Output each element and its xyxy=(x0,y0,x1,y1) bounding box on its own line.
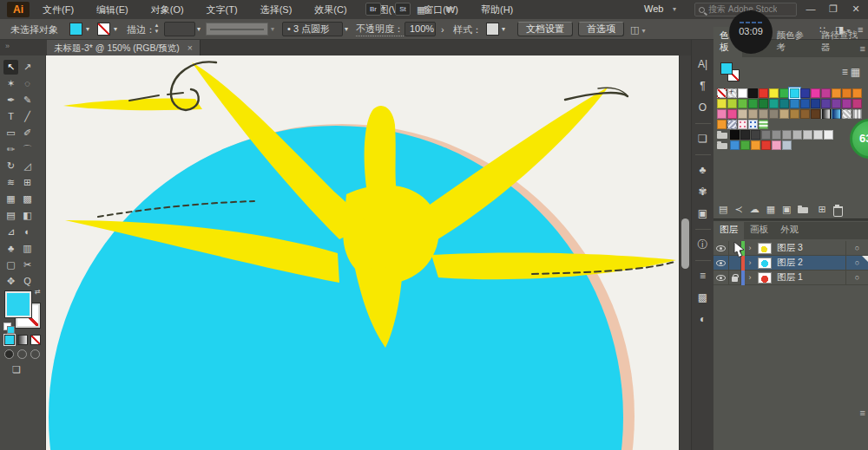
new-swatch-button[interactable]: ⊞ xyxy=(818,203,825,215)
swatch[interactable] xyxy=(824,130,833,140)
stock-badge[interactable]: St xyxy=(395,3,411,16)
swatch[interactable] xyxy=(730,130,740,140)
transform-panel-icon[interactable]: ▣ xyxy=(694,205,713,223)
swatch[interactable] xyxy=(751,140,760,150)
swatch[interactable] xyxy=(779,109,789,119)
swatch[interactable] xyxy=(842,109,852,119)
cc-libraries-button[interactable]: ☁ xyxy=(750,203,760,215)
scrollbar-thumb[interactable] xyxy=(681,218,689,269)
lock-cell[interactable] xyxy=(729,256,741,271)
swatch[interactable] xyxy=(738,88,747,98)
variable-width-profile-dropdown[interactable]: • 3 点圆形 xyxy=(282,22,343,36)
new-color-group-button[interactable] xyxy=(798,205,809,214)
target-icon[interactable]: ○ xyxy=(845,271,868,285)
fill-indicator-swatch[interactable] xyxy=(5,291,31,317)
draw-normal-icon[interactable] xyxy=(4,349,14,359)
layer-name[interactable]: 图层 3 xyxy=(774,242,845,254)
curvature-tool-icon[interactable]: ✎ xyxy=(20,93,35,108)
info-panel-icon[interactable]: ⓘ xyxy=(694,236,713,254)
opacity-expand-icon[interactable]: › xyxy=(441,19,444,40)
swatch-view-icons[interactable]: ≡▦ xyxy=(842,66,863,78)
gradient-mode-button[interactable] xyxy=(17,335,28,345)
gradient-tool-icon[interactable]: ◧ xyxy=(20,208,35,223)
swatch[interactable] xyxy=(832,109,841,119)
swatch[interactable] xyxy=(738,99,747,108)
preferences-button[interactable]: 首选项 xyxy=(578,22,624,36)
blend-tool-icon[interactable]: ◐ xyxy=(20,225,35,239)
close-button[interactable]: ✕ xyxy=(845,0,866,17)
vertical-scrollbar[interactable] xyxy=(679,55,691,450)
line-tool-icon[interactable]: ╱ xyxy=(20,109,35,124)
menu-item-帮助(H)[interactable]: 帮助(H) xyxy=(470,3,524,16)
swatch[interactable] xyxy=(748,88,758,98)
document-setup-button[interactable]: 文档设置 xyxy=(517,22,573,36)
paragraph-panel-icon[interactable]: ¶ xyxy=(694,77,713,95)
stroke-stepper[interactable]: ▲▼ xyxy=(153,23,161,36)
gradient-panel-icon[interactable]: ▩ xyxy=(694,289,713,307)
swatch[interactable] xyxy=(790,99,799,108)
swatch[interactable] xyxy=(803,130,812,140)
lock-icon[interactable] xyxy=(732,277,738,282)
swatch[interactable] xyxy=(811,109,820,119)
type-tool-icon[interactable]: T xyxy=(3,109,18,124)
export-panel-icon[interactable]: ❏ xyxy=(694,130,713,148)
expand-icon[interactable]: › xyxy=(745,273,755,282)
swatch[interactable] xyxy=(779,88,789,98)
eye-icon[interactable] xyxy=(716,260,726,266)
swap-colors-icon[interactable]: ⇄ xyxy=(35,288,41,296)
layer-thumbnail[interactable] xyxy=(758,272,772,284)
tab-颜色参考[interactable]: 颜色参考 xyxy=(771,27,816,57)
swatch[interactable] xyxy=(821,88,831,98)
touch-workspace-icon[interactable]: ☛ xyxy=(445,3,455,16)
symbol-sprayer-tool-icon[interactable]: ♣ xyxy=(3,241,18,256)
swatch[interactable] xyxy=(813,130,823,140)
eyedropper-tool-icon[interactable]: ⊿ xyxy=(3,225,18,239)
swatch[interactable] xyxy=(792,130,802,140)
symbols-panel-icon[interactable]: ♣ xyxy=(694,161,713,179)
zoom-tool-icon[interactable]: Q xyxy=(20,274,35,289)
draw-behind-icon[interactable] xyxy=(17,349,27,359)
perspective-grid-tool-icon[interactable]: ▩ xyxy=(20,192,35,206)
character-panel-icon[interactable]: A| xyxy=(694,55,713,74)
canvas[interactable] xyxy=(46,55,679,450)
toolbar-collapse-icon[interactable]: » xyxy=(5,42,10,50)
swatch[interactable] xyxy=(748,120,758,129)
layer-thumbnail[interactable] xyxy=(758,258,772,269)
basic-workspace-icon[interactable]: ◫ ▾ xyxy=(630,19,645,40)
mesh-tool-icon[interactable]: ▤ xyxy=(3,208,18,223)
swatch[interactable] xyxy=(852,99,862,108)
stroke-weight-value[interactable] xyxy=(164,22,195,36)
swatch[interactable] xyxy=(761,130,771,140)
none-mode-button[interactable] xyxy=(30,335,41,345)
swatch[interactable] xyxy=(717,109,727,119)
workspace-switcher[interactable]: Web xyxy=(644,3,663,14)
arrange-documents-icon[interactable]: ▦ ▾ xyxy=(417,4,429,16)
swatch[interactable] xyxy=(751,130,760,140)
swatches-panel-menu-icon[interactable]: ≡ xyxy=(860,43,865,54)
menu-item-文件(F)[interactable]: 文件(F) xyxy=(31,3,85,16)
tab-close-icon[interactable]: × xyxy=(187,42,193,53)
fill-caret-icon[interactable]: ▾ xyxy=(86,19,89,40)
swatch[interactable] xyxy=(769,109,779,119)
image-trace-panel-icon[interactable]: ✾ xyxy=(694,183,713,201)
rectangle-tool-icon[interactable]: ▭ xyxy=(3,126,18,140)
layer-thumbnail[interactable] xyxy=(758,243,772,254)
minimize-button[interactable]: — xyxy=(800,0,821,17)
lasso-tool-icon[interactable]: ◌ xyxy=(20,76,35,91)
visibility-cell[interactable] xyxy=(713,256,729,271)
registration-swatch[interactable] xyxy=(727,88,737,98)
swatch[interactable] xyxy=(800,88,810,98)
swatch[interactable] xyxy=(832,99,841,108)
swatch[interactable] xyxy=(759,109,768,119)
swatch[interactable] xyxy=(811,88,820,98)
width-tool-icon[interactable]: ≋ xyxy=(3,175,18,190)
magic-wand-tool-icon[interactable]: ✶ xyxy=(3,76,18,91)
target-icon[interactable]: ○ xyxy=(845,241,868,256)
bridge-badge[interactable]: Br xyxy=(365,3,381,16)
swatch[interactable] xyxy=(852,109,862,119)
swatch[interactable] xyxy=(740,130,750,140)
swatch[interactable] xyxy=(740,140,750,150)
swatch[interactable] xyxy=(717,99,727,108)
rotate-tool-icon[interactable]: ↻ xyxy=(3,159,18,173)
swatch[interactable] xyxy=(769,88,779,98)
